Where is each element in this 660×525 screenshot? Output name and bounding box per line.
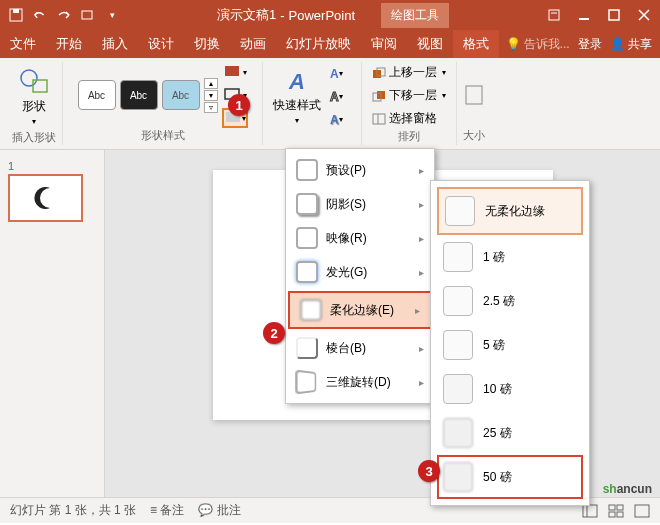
selection-pane-button[interactable]: 选择窗格 — [368, 108, 441, 129]
context-tab-label: 绘图工具 — [381, 3, 449, 28]
submenu-arrow-icon: ▸ — [419, 165, 424, 176]
title-section: 演示文稿1 - PowerPoint 绘图工具 — [120, 3, 546, 28]
soft-edges-10pt[interactable]: 10 磅 — [437, 367, 583, 411]
menu-item-preset[interactable]: 预设(P)▸ — [286, 153, 434, 187]
menu-item-reflection[interactable]: 映像(R)▸ — [286, 221, 434, 255]
lightbulb-icon: 💡 — [506, 37, 521, 51]
ribbon-tabs: 文件 开始 插入 设计 切换 动画 幻灯片放映 审阅 视图 格式 💡告诉我...… — [0, 30, 660, 58]
submenu-arrow-icon: ▸ — [419, 233, 424, 244]
app-name: PowerPoint — [289, 8, 355, 23]
tab-design[interactable]: 设计 — [138, 30, 184, 58]
soft-edge-preview-5 — [443, 330, 473, 360]
window-controls — [546, 7, 652, 23]
soft-edges-none[interactable]: 无柔化边缘 — [437, 187, 583, 235]
ribbon: 形状 ▾ 插入形状 Abc Abc Abc ▴ ▾ ▿ ▾ ▾ ▾ 形状样式 — [0, 58, 660, 150]
redo-icon[interactable] — [56, 7, 72, 23]
bring-forward-button[interactable]: 上移一层▾ — [368, 62, 450, 83]
tab-insert[interactable]: 插入 — [92, 30, 138, 58]
style-preset-3[interactable]: Abc — [162, 80, 200, 110]
menu-item-soft-edges[interactable]: 柔化边缘(E)▸ — [288, 291, 432, 329]
undo-icon[interactable] — [32, 7, 48, 23]
gallery-up-button[interactable]: ▴ — [204, 78, 218, 89]
document-title: 演示文稿1 — [217, 6, 276, 24]
thumbnail-panel: 1 — [0, 150, 105, 497]
size-icon — [464, 80, 484, 110]
tab-animations[interactable]: 动画 — [230, 30, 276, 58]
text-fill-dropdown[interactable]: A▾ — [329, 64, 355, 84]
notes-button[interactable]: ≡ 备注 — [150, 502, 184, 519]
tab-format[interactable]: 格式 — [453, 30, 499, 58]
soft-edges-50pt[interactable]: 50 磅 — [437, 455, 583, 499]
tab-file[interactable]: 文件 — [0, 30, 46, 58]
soft-edges-2-5pt[interactable]: 2.5 磅 — [437, 279, 583, 323]
ribbon-group-size: 大小 — [457, 62, 491, 145]
quick-styles-button[interactable]: A 快速样式 ▾ — [269, 65, 325, 129]
menu-item-glow[interactable]: 发光(G)▸ — [286, 255, 434, 289]
selection-pane-icon — [372, 113, 386, 125]
signin-link[interactable]: 登录 — [578, 36, 602, 53]
svg-rect-3 — [549, 10, 559, 20]
soft-edge-preview-50 — [443, 462, 473, 492]
qat-dropdown-icon[interactable]: ▾ — [104, 7, 120, 23]
bring-forward-icon — [372, 67, 386, 79]
shapes-gallery-button[interactable]: 形状 ▾ — [13, 62, 55, 130]
tab-transitions[interactable]: 切换 — [184, 30, 230, 58]
close-icon[interactable] — [636, 7, 652, 23]
svg-rect-10 — [225, 66, 239, 76]
reading-view-button[interactable] — [634, 504, 650, 518]
style-preset-2[interactable]: Abc — [120, 80, 158, 110]
svg-rect-23 — [617, 505, 623, 510]
submenu-arrow-icon: ▸ — [419, 377, 424, 388]
comments-button[interactable]: 💬 批注 — [198, 502, 240, 519]
minimize-icon[interactable] — [576, 7, 592, 23]
style-preset-1[interactable]: Abc — [78, 80, 116, 110]
text-outline-dropdown[interactable]: A▾ — [329, 87, 355, 107]
bevel-icon — [296, 337, 318, 359]
start-from-beginning-icon[interactable] — [80, 7, 96, 23]
tab-home[interactable]: 开始 — [46, 30, 92, 58]
ribbon-group-arrange: 上移一层▾ 下移一层▾ 选择窗格 排列 — [362, 62, 457, 145]
moon-shape-icon — [32, 184, 60, 212]
style-gallery-nav: ▴ ▾ ▿ — [204, 78, 218, 113]
gallery-down-button[interactable]: ▾ — [204, 90, 218, 101]
svg-rect-19 — [466, 86, 482, 104]
preset-icon — [296, 159, 318, 181]
tab-review[interactable]: 审阅 — [361, 30, 407, 58]
maximize-icon[interactable] — [606, 7, 622, 23]
svg-rect-1 — [13, 9, 19, 13]
wordart-a-icon: A — [289, 69, 305, 95]
soft-edge-preview-1 — [443, 242, 473, 272]
shape-effects-menu: 预设(P)▸ 阴影(S)▸ 映像(R)▸ 发光(G)▸ 柔化边缘(E)▸ 棱台(… — [285, 148, 435, 404]
submenu-arrow-icon: ▸ — [415, 305, 420, 316]
tab-slideshow[interactable]: 幻灯片放映 — [276, 30, 361, 58]
svg-rect-26 — [635, 505, 649, 517]
submenu-arrow-icon: ▸ — [419, 343, 424, 354]
quick-styles-label: 快速样式 — [273, 97, 321, 114]
slide-thumbnail-1[interactable] — [8, 174, 83, 222]
tell-me-input[interactable]: 💡告诉我... — [506, 36, 570, 53]
text-effects-dropdown[interactable]: A▾ — [329, 110, 355, 130]
tab-view[interactable]: 视图 — [407, 30, 453, 58]
ribbon-group-insert-shapes: 形状 ▾ 插入形状 — [6, 62, 63, 145]
soft-edges-1pt[interactable]: 1 磅 — [437, 235, 583, 279]
shape-fill-dropdown[interactable]: ▾ — [222, 62, 248, 82]
menu-item-shadow[interactable]: 阴影(S)▸ — [286, 187, 434, 221]
sorter-view-button[interactable] — [608, 504, 624, 518]
submenu-arrow-icon: ▸ — [419, 199, 424, 210]
svg-rect-9 — [33, 80, 47, 92]
rotation-3d-icon — [295, 369, 316, 394]
ribbon-options-icon[interactable] — [546, 7, 562, 23]
save-icon[interactable] — [8, 7, 24, 23]
soft-edges-5pt[interactable]: 5 磅 — [437, 323, 583, 367]
gallery-more-button[interactable]: ▿ — [204, 102, 218, 113]
soft-edges-25pt[interactable]: 25 磅 — [437, 411, 583, 455]
soft-edge-preview-2-5 — [443, 286, 473, 316]
slide-number: 1 — [8, 160, 96, 172]
send-backward-button[interactable]: 下移一层▾ — [368, 85, 450, 106]
svg-point-8 — [21, 70, 37, 86]
send-backward-icon — [372, 90, 386, 102]
svg-rect-5 — [609, 10, 619, 20]
share-button[interactable]: 👤 共享 — [610, 36, 652, 53]
menu-item-3d-rotation[interactable]: 三维旋转(D)▸ — [286, 365, 434, 399]
menu-item-bevel[interactable]: 棱台(B)▸ — [286, 331, 434, 365]
